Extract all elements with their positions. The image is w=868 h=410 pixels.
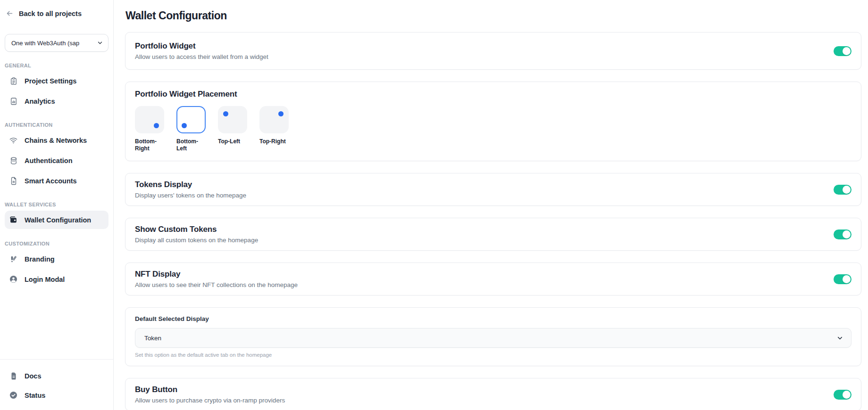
back-link-label: Back to all projects	[19, 10, 82, 17]
chevron-down-icon	[97, 40, 103, 46]
toggle-knob	[843, 186, 851, 194]
sidebar-item-smart-accounts[interactable]: Smart Accounts	[5, 172, 108, 190]
analytics-icon	[9, 97, 18, 106]
sidebar: Back to all projects One with Web3Auth (…	[0, 0, 114, 410]
check-circle-icon	[9, 391, 18, 400]
back-to-projects-link[interactable]: Back to all projects	[6, 9, 108, 17]
portfolio-widget-toggle[interactable]	[834, 46, 851, 56]
placement-label: Bottom-Left	[176, 138, 206, 152]
placement-option-top-right[interactable]: Top-Right	[259, 106, 290, 152]
sidebar-item-analytics[interactable]: Analytics	[5, 92, 108, 110]
portfolio-widget-card: Portfolio Widget Allow users to access t…	[125, 32, 861, 70]
select-helper-text: Set this option as the default active ta…	[135, 352, 851, 358]
sidebar-item-login-modal[interactable]: Login Modal	[5, 270, 108, 288]
card-subtitle: Allow users to access their wallet from …	[135, 53, 268, 60]
brush-icon	[9, 254, 18, 263]
tokens-display-card: Tokens Display Display users' tokens on …	[125, 173, 861, 206]
card-title: Portfolio Widget	[135, 41, 268, 51]
user-circle-icon	[9, 275, 18, 284]
placement-option-bottom-right[interactable]: Bottom-Right	[135, 106, 165, 152]
sidebar-item-label: Analytics	[25, 98, 55, 105]
nft-display-toggle[interactable]	[834, 274, 851, 284]
default-selected-display-card: Default Selected Display Token Set this …	[125, 307, 861, 366]
placement-tile[interactable]	[218, 106, 247, 133]
sidebar-item-label: Login Modal	[25, 276, 65, 283]
card-title: NFT Display	[135, 270, 298, 279]
chevron-down-icon	[836, 335, 843, 342]
placement-dot-icon	[182, 123, 187, 128]
default-display-select[interactable]: Token	[135, 328, 851, 348]
placement-option-bottom-left[interactable]: Bottom-Left	[176, 106, 207, 152]
clipboard-icon	[9, 76, 18, 85]
section-label-general: GENERAL	[5, 63, 108, 68]
portfolio-widget-placement-card: Portfolio Widget Placement Bottom-Right …	[125, 82, 861, 161]
card-subtitle: Allow users to see their NFT collections…	[135, 281, 298, 288]
placement-options: Bottom-Right Bottom-Left Top-Left Top-Ri…	[135, 106, 851, 152]
project-selector-value: One with Web3Auth (sap	[11, 40, 79, 47]
placement-label: Top-Right	[259, 138, 289, 145]
sidebar-item-label: Docs	[25, 372, 41, 380]
toggle-knob	[843, 391, 851, 399]
back-arrow-icon	[6, 9, 14, 17]
section-label-wallet-services: WALLET SERVICES	[5, 202, 108, 207]
card-title: Buy Button	[135, 385, 285, 394]
section-label-customization: CUSTOMIZATION	[5, 241, 108, 246]
card-subtitle: Display users' tokens on the homepage	[135, 192, 246, 199]
sidebar-item-wallet-configuration[interactable]: Wallet Configuration	[5, 211, 108, 229]
toggle-knob	[843, 230, 851, 238]
sidebar-footer: Docs Status	[0, 359, 113, 410]
sidebar-item-label: Wallet Configuration	[25, 216, 91, 224]
show-custom-tokens-toggle[interactable]	[834, 230, 851, 239]
toggle-knob	[843, 275, 851, 283]
sidebar-item-status[interactable]: Status	[5, 386, 108, 404]
show-custom-tokens-card: Show Custom Tokens Display all custom to…	[125, 218, 861, 251]
sidebar-item-label: Status	[25, 392, 45, 399]
section-label-authentication: AUTHENTICATION	[5, 122, 108, 128]
doc-icon	[9, 371, 18, 380]
project-selector[interactable]: One with Web3Auth (sap	[5, 34, 108, 52]
sidebar-item-chains-networks[interactable]: Chains & Networks	[5, 131, 108, 149]
placement-dot-icon	[278, 111, 284, 116]
sidebar-item-label: Project Settings	[25, 77, 76, 85]
buy-button-card: Buy Button Allow users to purchase crypt…	[125, 378, 861, 410]
buy-button-toggle[interactable]	[834, 390, 851, 400]
placement-label: Top-Left	[218, 138, 247, 145]
placement-tile[interactable]	[259, 106, 289, 133]
wallet-icon	[9, 215, 18, 224]
sidebar-item-branding[interactable]: Branding	[5, 250, 108, 268]
placement-dot-icon	[223, 111, 228, 116]
placement-label: Bottom-Right	[135, 138, 164, 152]
placement-dot-icon	[154, 123, 159, 128]
sidebar-item-project-settings[interactable]: Project Settings	[5, 72, 108, 90]
placement-tile[interactable]	[135, 106, 164, 133]
sidebar-item-label: Smart Accounts	[25, 177, 77, 185]
select-label: Default Selected Display	[135, 315, 851, 322]
sidebar-item-authentication[interactable]: Authentication	[5, 151, 108, 170]
sidebar-item-docs[interactable]: Docs	[5, 367, 108, 385]
database-icon	[9, 156, 18, 165]
main-content: Wallet Configuration Portfolio Widget Al…	[114, 0, 868, 410]
nft-display-card: NFT Display Allow users to see their NFT…	[125, 262, 861, 295]
page-title: Wallet Configuration	[125, 9, 861, 22]
sidebar-item-label: Authentication	[25, 157, 73, 164]
sidebar-item-label: Chains & Networks	[25, 137, 87, 144]
card-subtitle: Display all custom tokens on the homepag…	[135, 237, 258, 244]
signal-icon	[9, 136, 18, 145]
toggle-knob	[843, 47, 851, 55]
card-title: Show Custom Tokens	[135, 225, 258, 234]
sidebar-item-label: Branding	[25, 255, 55, 263]
select-value: Token	[144, 335, 161, 342]
card-title: Portfolio Widget Placement	[135, 90, 851, 99]
placement-option-top-left[interactable]: Top-Left	[218, 106, 248, 152]
placement-tile[interactable]	[176, 106, 206, 133]
tokens-display-toggle[interactable]	[834, 185, 851, 195]
card-title: Tokens Display	[135, 180, 246, 189]
document-icon	[9, 176, 18, 185]
card-subtitle: Allow users to purchase crypto via on-ra…	[135, 397, 285, 404]
